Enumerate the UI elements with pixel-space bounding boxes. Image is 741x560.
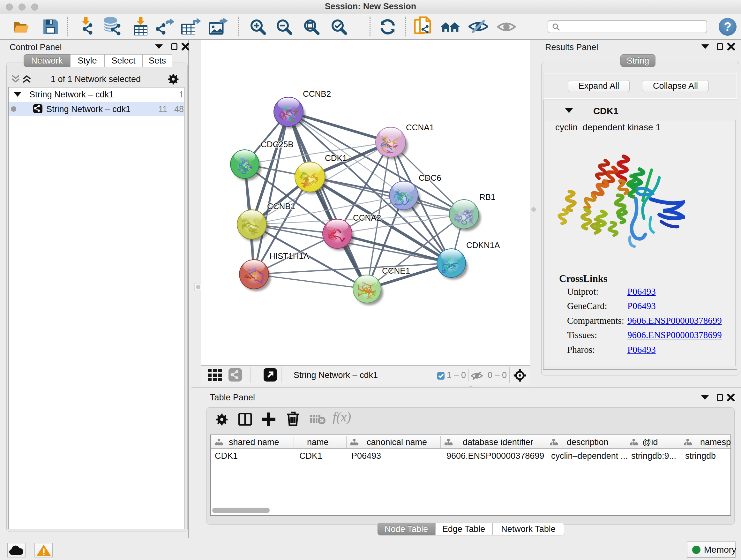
svg-text:CDC25B: CDC25B	[261, 139, 293, 149]
svg-text:CDKN1A: CDKN1A	[466, 240, 500, 250]
svg-text:CCNB1: CCNB1	[267, 201, 295, 211]
svg-text:CCNA2: CCNA2	[353, 213, 381, 223]
svg-text:CCNB2: CCNB2	[303, 89, 331, 99]
svg-text:RB1: RB1	[479, 192, 495, 202]
svg-text:CDC6: CDC6	[419, 173, 441, 183]
svg-text:CDK1: CDK1	[325, 153, 347, 163]
svg-text:HIST1H1A: HIST1H1A	[269, 251, 309, 261]
svg-text:CCNA1: CCNA1	[406, 123, 434, 132]
svg-text:CCNE1: CCNE1	[382, 266, 410, 275]
